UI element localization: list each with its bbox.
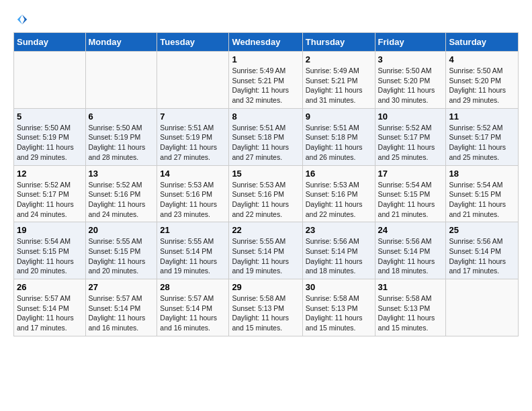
day-info: Sunrise: 5:52 AM Sunset: 5:17 PM Dayligh… (378, 123, 443, 163)
day-info: Sunrise: 5:57 AM Sunset: 5:14 PM Dayligh… (160, 293, 226, 333)
calendar-cell: 17Sunrise: 5:54 AM Sunset: 5:15 PM Dayli… (375, 165, 446, 222)
day-info: Sunrise: 5:50 AM Sunset: 5:20 PM Dayligh… (378, 66, 443, 105)
calendar-cell: 2Sunrise: 5:49 AM Sunset: 5:21 PM Daylig… (302, 52, 375, 109)
day-number: 5 (17, 111, 83, 122)
day-info: Sunrise: 5:53 AM Sunset: 5:16 PM Dayligh… (232, 180, 299, 220)
day-number: 10 (378, 111, 443, 122)
day-number: 27 (89, 282, 154, 292)
calendar-cell: 19Sunrise: 5:54 AM Sunset: 5:15 PM Dayli… (14, 222, 86, 279)
calendar-cell: 28Sunrise: 5:57 AM Sunset: 5:14 PM Dayli… (157, 279, 229, 336)
calendar-table: SundayMondayTuesdayWednesdayThursdayFrid… (13, 32, 519, 336)
calendar-cell: 18Sunrise: 5:54 AM Sunset: 5:15 PM Dayli… (446, 165, 519, 222)
day-info: Sunrise: 5:58 AM Sunset: 5:13 PM Dayligh… (306, 293, 372, 333)
calendar-cell: 12Sunrise: 5:52 AM Sunset: 5:17 PM Dayli… (14, 165, 86, 222)
calendar-cell: 22Sunrise: 5:55 AM Sunset: 5:14 PM Dayli… (229, 222, 302, 279)
day-number: 28 (160, 282, 226, 292)
calendar-week-5: 26Sunrise: 5:57 AM Sunset: 5:14 PM Dayli… (14, 279, 519, 336)
calendar-week-1: 1Sunrise: 5:49 AM Sunset: 5:21 PM Daylig… (14, 52, 519, 109)
calendar-cell: 8Sunrise: 5:51 AM Sunset: 5:18 PM Daylig… (229, 108, 302, 165)
day-number: 22 (232, 225, 299, 235)
calendar-cell: 14Sunrise: 5:53 AM Sunset: 5:16 PM Dayli… (157, 165, 229, 222)
day-info: Sunrise: 5:56 AM Sunset: 5:14 PM Dayligh… (449, 236, 515, 276)
logo-icon (16, 13, 28, 26)
day-number: 31 (378, 282, 443, 292)
calendar-cell: 3Sunrise: 5:50 AM Sunset: 5:20 PM Daylig… (375, 52, 446, 109)
day-number: 18 (449, 169, 515, 179)
day-info: Sunrise: 5:51 AM Sunset: 5:18 PM Dayligh… (232, 123, 299, 163)
day-info: Sunrise: 5:58 AM Sunset: 5:13 PM Dayligh… (378, 293, 443, 333)
day-info: Sunrise: 5:53 AM Sunset: 5:16 PM Dayligh… (160, 180, 226, 220)
day-info: Sunrise: 5:51 AM Sunset: 5:18 PM Dayligh… (306, 123, 372, 163)
calendar-cell: 6Sunrise: 5:50 AM Sunset: 5:19 PM Daylig… (85, 108, 157, 165)
day-number: 23 (306, 225, 372, 235)
day-number: 15 (232, 169, 299, 179)
calendar-week-3: 12Sunrise: 5:52 AM Sunset: 5:17 PM Dayli… (14, 165, 519, 222)
calendar-cell: 5Sunrise: 5:50 AM Sunset: 5:19 PM Daylig… (14, 108, 86, 165)
column-header-tuesday: Tuesday (157, 33, 229, 52)
calendar-cell: 23Sunrise: 5:56 AM Sunset: 5:14 PM Dayli… (302, 222, 375, 279)
day-number: 20 (89, 225, 154, 235)
calendar-cell: 20Sunrise: 5:55 AM Sunset: 5:15 PM Dayli… (85, 222, 157, 279)
day-info: Sunrise: 5:54 AM Sunset: 5:15 PM Dayligh… (17, 236, 83, 276)
day-info: Sunrise: 5:55 AM Sunset: 5:14 PM Dayligh… (232, 236, 299, 276)
column-header-sunday: Sunday (14, 33, 86, 52)
day-info: Sunrise: 5:51 AM Sunset: 5:19 PM Dayligh… (160, 123, 226, 163)
day-info: Sunrise: 5:54 AM Sunset: 5:15 PM Dayligh… (449, 180, 515, 220)
calendar-cell (14, 52, 86, 109)
calendar-cell: 24Sunrise: 5:56 AM Sunset: 5:14 PM Dayli… (375, 222, 446, 279)
day-number: 4 (449, 54, 515, 64)
calendar-week-4: 19Sunrise: 5:54 AM Sunset: 5:15 PM Dayli… (14, 222, 519, 279)
day-number: 12 (17, 169, 83, 179)
day-info: Sunrise: 5:56 AM Sunset: 5:14 PM Dayligh… (306, 236, 372, 276)
day-number: 1 (232, 54, 299, 64)
calendar-cell: 11Sunrise: 5:52 AM Sunset: 5:17 PM Dayli… (446, 108, 519, 165)
day-info: Sunrise: 5:52 AM Sunset: 5:17 PM Dayligh… (17, 180, 83, 220)
day-info: Sunrise: 5:49 AM Sunset: 5:21 PM Dayligh… (306, 66, 372, 105)
day-number: 2 (306, 54, 372, 64)
day-info: Sunrise: 5:57 AM Sunset: 5:14 PM Dayligh… (89, 293, 154, 333)
day-info: Sunrise: 5:50 AM Sunset: 5:20 PM Dayligh… (449, 66, 515, 105)
day-info: Sunrise: 5:58 AM Sunset: 5:13 PM Dayligh… (232, 293, 299, 333)
calendar-week-2: 5Sunrise: 5:50 AM Sunset: 5:19 PM Daylig… (14, 108, 519, 165)
calendar-cell: 9Sunrise: 5:51 AM Sunset: 5:18 PM Daylig… (302, 108, 375, 165)
day-number: 11 (449, 111, 515, 122)
calendar-cell: 7Sunrise: 5:51 AM Sunset: 5:19 PM Daylig… (157, 108, 229, 165)
calendar-cell (157, 52, 229, 109)
day-number: 19 (17, 225, 83, 235)
day-info: Sunrise: 5:52 AM Sunset: 5:17 PM Dayligh… (449, 123, 515, 163)
day-number: 6 (89, 111, 154, 122)
day-number: 3 (378, 54, 443, 64)
column-header-saturday: Saturday (446, 33, 519, 52)
calendar-cell: 13Sunrise: 5:52 AM Sunset: 5:16 PM Dayli… (85, 165, 157, 222)
column-header-friday: Friday (375, 33, 446, 52)
calendar-cell: 27Sunrise: 5:57 AM Sunset: 5:14 PM Dayli… (85, 279, 157, 336)
day-info: Sunrise: 5:49 AM Sunset: 5:21 PM Dayligh… (232, 66, 299, 105)
day-number: 30 (306, 282, 372, 292)
day-number: 8 (232, 111, 299, 122)
calendar-cell: 10Sunrise: 5:52 AM Sunset: 5:17 PM Dayli… (375, 108, 446, 165)
day-number: 26 (17, 282, 83, 292)
calendar-cell: 31Sunrise: 5:58 AM Sunset: 5:13 PM Dayli… (375, 279, 446, 336)
day-number: 13 (89, 169, 154, 179)
column-header-wednesday: Wednesday (229, 33, 302, 52)
header-row: SundayMondayTuesdayWednesdayThursdayFrid… (14, 33, 519, 52)
day-number: 9 (306, 111, 372, 122)
day-number: 29 (232, 282, 299, 292)
day-number: 16 (306, 169, 372, 179)
page-header (13, 13, 519, 26)
day-number: 17 (378, 169, 443, 179)
day-number: 7 (160, 111, 226, 122)
day-info: Sunrise: 5:50 AM Sunset: 5:19 PM Dayligh… (17, 123, 83, 163)
day-info: Sunrise: 5:53 AM Sunset: 5:16 PM Dayligh… (306, 180, 372, 220)
day-info: Sunrise: 5:50 AM Sunset: 5:19 PM Dayligh… (89, 123, 154, 163)
calendar-cell (85, 52, 157, 109)
day-info: Sunrise: 5:57 AM Sunset: 5:14 PM Dayligh… (17, 293, 83, 333)
day-number: 25 (449, 225, 515, 235)
calendar-cell: 4Sunrise: 5:50 AM Sunset: 5:20 PM Daylig… (446, 52, 519, 109)
calendar-cell: 30Sunrise: 5:58 AM Sunset: 5:13 PM Dayli… (302, 279, 375, 336)
calendar-cell: 29Sunrise: 5:58 AM Sunset: 5:13 PM Dayli… (229, 279, 302, 336)
calendar-cell: 1Sunrise: 5:49 AM Sunset: 5:21 PM Daylig… (229, 52, 302, 109)
calendar-cell: 15Sunrise: 5:53 AM Sunset: 5:16 PM Dayli… (229, 165, 302, 222)
day-info: Sunrise: 5:55 AM Sunset: 5:14 PM Dayligh… (160, 236, 226, 276)
calendar-cell: 21Sunrise: 5:55 AM Sunset: 5:14 PM Dayli… (157, 222, 229, 279)
